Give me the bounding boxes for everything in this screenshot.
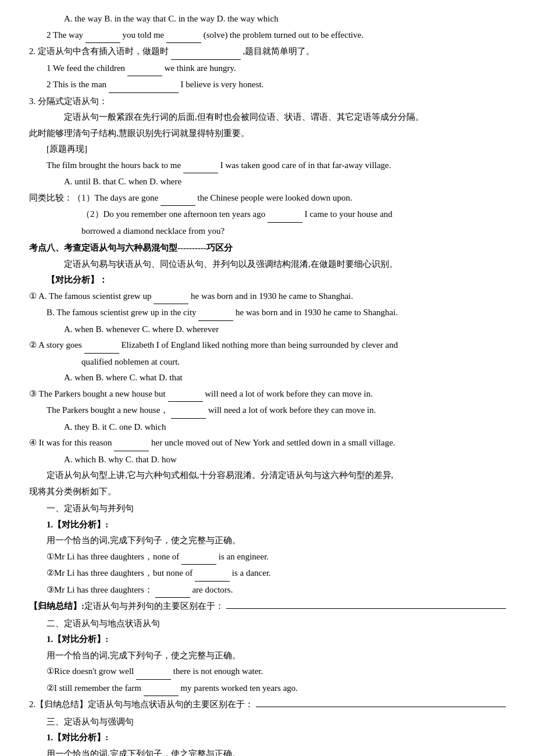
part3-title: 三、定语从句与强调句 bbox=[29, 715, 506, 730]
blank-2a bbox=[85, 28, 120, 44]
blank-p1s1 bbox=[181, 550, 216, 565]
part1-s1: ①Mr Li has three daughters，none of is an… bbox=[29, 550, 506, 565]
blank-p1s3 bbox=[155, 583, 190, 598]
blank-12 bbox=[160, 191, 195, 206]
part2-sub: 1.【对比分析】: bbox=[29, 632, 506, 647]
line-13: （2）Do you remember one afternoon ten yea… bbox=[29, 207, 506, 223]
blank-p2s1 bbox=[136, 664, 171, 680]
q2-line: ② A story goes Elizabeth I of England li… bbox=[29, 338, 506, 354]
part2-instruction: 用一个恰当的词,完成下列句子，使之完整与正确。 bbox=[29, 648, 506, 664]
line-options-1: A. the way B. in the way that C. in the … bbox=[29, 12, 506, 27]
summary-desc2: 现将其分类例析如下。 bbox=[29, 484, 506, 500]
part1-s3: ③Mr Li has three daughters： are doctors. bbox=[29, 583, 506, 598]
part1-s2: ②Mr Li has three daughters，but none of i… bbox=[29, 566, 506, 582]
blank-4 bbox=[127, 61, 162, 77]
q4-line: ④ It was for this reason her uncle moved… bbox=[29, 436, 506, 451]
q3b-line: The Parkers bought a new house， will nee… bbox=[29, 403, 506, 419]
part2-dashed-line bbox=[256, 707, 506, 707]
blank-2b bbox=[166, 28, 201, 44]
part1-title: 一、定语从句与并列句 bbox=[29, 501, 506, 516]
summary-desc: 定语从句从句型上讲,它与六种句式相似,十分容易混淆。分清定语从句与这六种句型的差… bbox=[29, 468, 506, 483]
line-10: The film brought the hours back to me I … bbox=[29, 158, 506, 174]
blank-p1s2 bbox=[195, 566, 230, 582]
part2-s1: ①Rice doesn't grow well there is not eno… bbox=[29, 664, 506, 680]
line-4: 1 We feed the children we think are hung… bbox=[29, 61, 506, 77]
part1-instruction: 用一个恰当的词,完成下列句子，使之完整与正确。 bbox=[29, 533, 506, 548]
blank-p2s2 bbox=[144, 681, 179, 697]
q1a-line: ① A. The famous scientist grew up he was… bbox=[29, 289, 506, 305]
blank-q1b bbox=[198, 305, 233, 321]
blank-5 bbox=[109, 77, 179, 93]
part3-instruction: 用一个恰当的词,完成下列句子，使之完整与正确。 bbox=[29, 747, 506, 757]
line-5: 2 This is the man I believe is very hone… bbox=[29, 77, 506, 93]
q3a-line: ③ The Parkers bought a new house but wil… bbox=[29, 387, 506, 402]
section8-title: 考点八、考查定语从句与六种易混句型----------巧区分 bbox=[29, 241, 506, 256]
part1-sub: 1.【对比分析】: bbox=[29, 518, 506, 533]
part2-summary: 2.【归纳总结】定语从句与地点状语从句的主要区别在于： bbox=[29, 697, 506, 712]
contrast-label: 【对比分析】： bbox=[29, 273, 506, 288]
blank-q4 bbox=[114, 436, 149, 451]
q4-options: A. which B. why C. that D. how bbox=[29, 452, 506, 468]
part2-s2: ②I still remember the farm my parents wo… bbox=[29, 681, 506, 697]
page-content: A. the way B. in the way that C. in the … bbox=[29, 12, 506, 756]
q2-line2: qualified noblemen at court. bbox=[29, 355, 506, 370]
line-9: [原题再现] bbox=[29, 142, 506, 157]
blank-3 bbox=[171, 44, 241, 60]
blank-q3b bbox=[171, 403, 206, 419]
blank-q1a bbox=[154, 289, 188, 305]
line-2: 2 The way you told me (solve) the proble… bbox=[29, 28, 506, 44]
summary-note: 【归纳总结】: 定语从句与并列句的主要区别在于： bbox=[29, 599, 506, 614]
q3-options: A. they B. it C. one D. which bbox=[29, 420, 506, 435]
line-11-options: A. until B. that C. when D. where bbox=[29, 174, 506, 190]
line-12: 同类比较：（1）The days are gone the Chinese pe… bbox=[29, 191, 506, 206]
line-6: 3. 分隔式定语从句： bbox=[29, 94, 506, 109]
q1b-line: B. The famous scientist grew up in the c… bbox=[29, 305, 506, 321]
line-7: 定语从句一般紧跟在先行词的后面,但有时也会被同位语、状语、谓语、其它定语等成分分… bbox=[29, 110, 506, 125]
line-8: 此时能够理清句子结构,慧眼识别先行词就显得特别重要。 bbox=[29, 126, 506, 141]
section8-desc: 定语从句易与状语从句、同位语从句、并列句以及强调结构混淆,在做题时要细心识别。 bbox=[29, 257, 506, 272]
summary-dashed-line bbox=[226, 608, 506, 609]
blank-q3a bbox=[168, 387, 203, 402]
line-14: borrowed a diamond necklace from you? bbox=[29, 224, 506, 239]
line-3: 2. 定语从句中含有插入语时，做题时 ,题目就简单明了。 bbox=[29, 44, 506, 60]
part3-sub: 1.【对比分析】: bbox=[29, 730, 506, 746]
blank-q2 bbox=[84, 338, 119, 354]
blank-10 bbox=[183, 158, 218, 174]
blank-13 bbox=[268, 207, 302, 223]
part2-title: 二、定语从句与地点状语从句 bbox=[29, 616, 506, 632]
q2-options: A. when B. where C. what D. that bbox=[29, 370, 506, 386]
q1-options: A. when B. whenever C. where D. wherever bbox=[29, 322, 506, 337]
